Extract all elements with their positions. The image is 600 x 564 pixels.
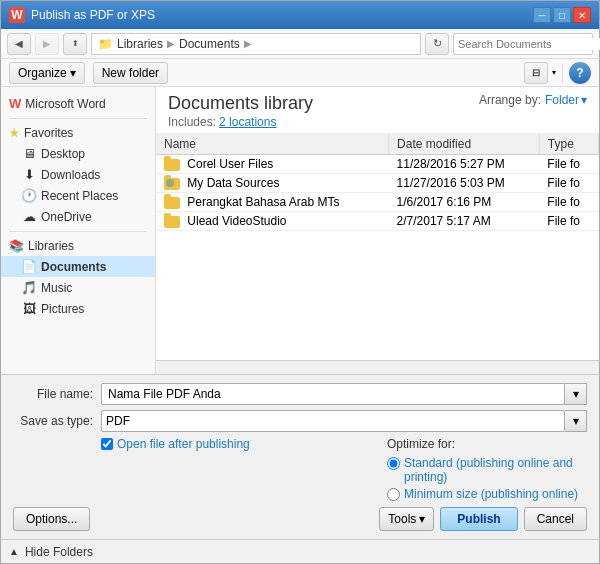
table-row[interactable]: Corel User Files 11/28/2016 5:27 PM File… xyxy=(156,155,599,174)
file-list-container[interactable]: Name Date modified Type Corel User Files… xyxy=(156,134,599,360)
file-name: Corel User Files xyxy=(187,157,273,171)
folder-label: Folder xyxy=(545,93,579,107)
sidebar-item-recent-places[interactable]: 🕐 Recent Places xyxy=(1,185,155,206)
optimize-label: Optimize for: xyxy=(387,437,587,451)
sidebar-item-onedrive[interactable]: ☁ OneDrive xyxy=(1,206,155,227)
file-list-body: Corel User Files 11/28/2016 5:27 PM File… xyxy=(156,155,599,231)
new-folder-button[interactable]: New folder xyxy=(93,62,168,84)
search-input[interactable] xyxy=(454,38,600,50)
standard-option[interactable]: Standard (publishing online and printing… xyxy=(387,456,587,484)
col-name[interactable]: Name xyxy=(156,134,389,155)
organize-button[interactable]: Organize ▾ xyxy=(9,62,85,84)
file-name-cell: Ulead VideoStudio xyxy=(156,212,389,231)
file-name-cell: Perangkat Bahasa Arab MTs xyxy=(156,193,389,212)
savetype-dropdown-button[interactable]: ▾ xyxy=(565,410,587,432)
standard-label: Standard (publishing online and printing… xyxy=(404,456,587,484)
col-type[interactable]: Type xyxy=(539,134,598,155)
table-row[interactable]: Perangkat Bahasa Arab MTs 1/6/2017 6:16 … xyxy=(156,193,599,212)
minimum-label: Minimum size (publishing online) xyxy=(404,487,578,501)
col-date[interactable]: Date modified xyxy=(389,134,540,155)
minimum-option[interactable]: Minimum size (publishing online) xyxy=(387,487,587,501)
sidebar-divider-1 xyxy=(9,118,147,119)
file-date-cell: 1/6/2017 6:16 PM xyxy=(389,193,540,212)
folder-arrange-button[interactable]: Folder ▾ xyxy=(545,93,587,107)
views-dropdown-arrow: ▾ xyxy=(552,68,556,77)
file-type-cell: File fo xyxy=(539,155,598,174)
table-row[interactable]: My Data Sources 11/27/2016 5:03 PM File … xyxy=(156,174,599,193)
new-folder-label: New folder xyxy=(102,66,159,80)
filename-label: File name: xyxy=(13,387,93,401)
documents-icon: 📄 xyxy=(21,259,37,274)
arrange-by-label: Arrange by: xyxy=(479,93,541,107)
sidebar-item-desktop[interactable]: 🖥 Desktop xyxy=(1,143,155,164)
options-button[interactable]: Options... xyxy=(13,507,90,531)
tools-button[interactable]: Tools ▾ xyxy=(379,507,434,531)
options-row: Open file after publishing Optimize for:… xyxy=(13,437,587,501)
file-date-cell: 11/28/2016 5:27 PM xyxy=(389,155,540,174)
open-after-text: Open file after publishing xyxy=(117,437,250,451)
savetype-value: PDF xyxy=(106,414,130,428)
breadcrumb-documents[interactable]: Documents xyxy=(179,37,240,51)
library-title: Documents library xyxy=(168,93,313,114)
back-button[interactable]: ◀ xyxy=(7,33,31,55)
file-name: My Data Sources xyxy=(187,176,279,190)
libraries-label: Libraries xyxy=(28,239,74,253)
sidebar-documents-label: Documents xyxy=(41,260,106,274)
close-button[interactable]: ✕ xyxy=(573,7,591,23)
word-app-icon: W xyxy=(9,96,21,111)
maximize-button[interactable]: □ xyxy=(553,7,571,23)
folder-dropdown-icon: ▾ xyxy=(581,93,587,107)
minimum-radio[interactable] xyxy=(387,488,400,501)
sidebar-word-header[interactable]: W Microsoft Word xyxy=(1,93,155,114)
hide-folders-label: Hide Folders xyxy=(25,545,93,559)
sidebar-downloads-label: Downloads xyxy=(41,168,100,182)
savetype-row: Save as type: PDF ▾ xyxy=(13,410,587,432)
sidebar-desktop-label: Desktop xyxy=(41,147,85,161)
standard-radio[interactable] xyxy=(387,457,400,470)
filename-input[interactable] xyxy=(101,383,565,405)
recent-places-icon: 🕐 xyxy=(21,188,37,203)
star-icon: ★ xyxy=(9,126,20,140)
sidebar-item-documents[interactable]: 📄 Documents xyxy=(1,256,155,277)
folder-icon xyxy=(164,159,180,171)
savetype-dropdown[interactable]: PDF xyxy=(101,410,565,432)
tools-arrow-icon: ▾ xyxy=(419,512,425,526)
file-type-cell: File fo xyxy=(539,193,598,212)
file-name-cell: My Data Sources xyxy=(156,174,389,193)
folder-icon xyxy=(164,197,180,209)
open-after-checkbox[interactable] xyxy=(101,438,113,450)
sidebar-item-pictures[interactable]: 🖼 Pictures xyxy=(1,298,155,319)
sidebar-item-music[interactable]: 🎵 Music xyxy=(1,277,155,298)
horizontal-scrollbar[interactable] xyxy=(156,360,599,374)
locations-link[interactable]: 2 locations xyxy=(219,115,276,129)
action-row: Options... Tools ▾ Publish Cancel xyxy=(13,507,587,531)
music-icon: 🎵 xyxy=(21,280,37,295)
hide-folders-bar[interactable]: ▲ Hide Folders xyxy=(1,539,599,563)
word-icon: W xyxy=(9,7,25,23)
sidebar-favorites-header[interactable]: ★ Favorites xyxy=(1,123,155,143)
breadcrumb-libraries[interactable]: Libraries xyxy=(117,37,163,51)
refresh-button[interactable]: ↻ xyxy=(425,33,449,55)
library-header: Documents library Includes: 2 locations … xyxy=(156,87,599,134)
hide-folders-icon: ▲ xyxy=(9,546,19,557)
filename-dropdown-button[interactable]: ▾ xyxy=(565,383,587,405)
minimize-button[interactable]: ─ xyxy=(533,7,551,23)
cancel-button[interactable]: Cancel xyxy=(524,507,587,531)
file-name: Ulead VideoStudio xyxy=(187,214,286,228)
sidebar-item-downloads[interactable]: ⬇ Downloads xyxy=(1,164,155,185)
arrange-by: Arrange by: Folder ▾ xyxy=(479,93,587,107)
table-row[interactable]: Ulead VideoStudio 2/7/2017 5:17 AM File … xyxy=(156,212,599,231)
title-bar-controls: ─ □ ✕ xyxy=(533,7,591,23)
file-area: Documents library Includes: 2 locations … xyxy=(156,87,599,374)
open-after-label[interactable]: Open file after publishing xyxy=(101,437,250,451)
title-bar-left: W Publish as PDF or XPS xyxy=(9,7,155,23)
breadcrumb-item-icon: 📁 xyxy=(98,37,113,51)
up-button[interactable]: ⬆ xyxy=(63,33,87,55)
views-button[interactable]: ⊟ xyxy=(524,62,548,84)
onedrive-icon: ☁ xyxy=(21,209,37,224)
toolbar-separator xyxy=(562,64,563,82)
help-button[interactable]: ? xyxy=(569,62,591,84)
forward-button[interactable]: ▶ xyxy=(35,33,59,55)
sidebar-libraries-header[interactable]: 📚 Libraries xyxy=(1,236,155,256)
publish-button[interactable]: Publish xyxy=(440,507,517,531)
